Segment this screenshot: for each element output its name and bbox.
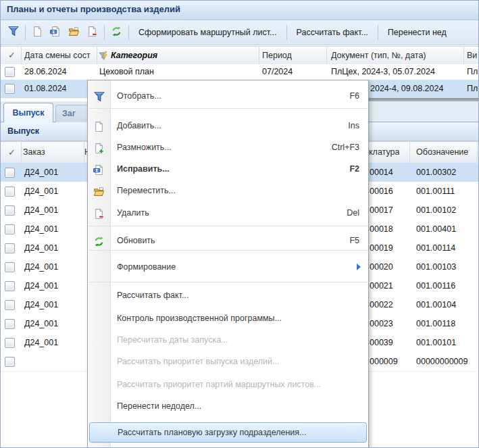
- window-titlebar[interactable]: Планы и отчеты производства изделий: [1, 1, 478, 20]
- toolbar-button-edit-document[interactable]: [47, 24, 65, 42]
- cell-designation: 001.00101: [416, 333, 456, 352]
- cell-date: 28.06.2024: [24, 64, 67, 80]
- cell-order: Д24_001: [24, 220, 58, 239]
- row-checkbox[interactable]: [5, 168, 15, 178]
- context-menu: Отобрать...F6Добавить...InsРазмножить...…: [87, 80, 369, 448]
- menu-item-label: Размножить...: [117, 137, 172, 157]
- menu-item-label: Рассчитать факт...: [117, 285, 188, 305]
- row-checkbox[interactable]: [5, 319, 15, 329]
- menu-item-label: Добавить...: [117, 116, 161, 136]
- menu-item-9[interactable]: Контроль производственной программы...: [88, 308, 368, 328]
- menu-item-7[interactable]: Формирование: [88, 257, 368, 277]
- column-header[interactable]: Заказ: [23, 147, 45, 157]
- select-all-column-header[interactable]: ✓: [8, 147, 16, 157]
- cell-nomenclature: 000009: [370, 352, 398, 371]
- cell-document: 2024-4, 09.08.2024: [370, 80, 443, 98]
- toolbar-button-add-document[interactable]: [28, 24, 47, 42]
- move-folder-icon: [93, 184, 105, 196]
- column-header[interactable]: клатура: [369, 147, 399, 157]
- menu-item-label: Формирование: [117, 257, 176, 277]
- menu-item-label: Рассчитать приоритет выпуска изделий...: [117, 351, 279, 372]
- row-checkbox[interactable]: [5, 243, 15, 253]
- delete-document-icon: [93, 207, 105, 218]
- cell-nomenclature: 00016: [370, 182, 393, 201]
- select-all-column-header[interactable]: ✓: [8, 50, 16, 60]
- edit-document-icon: [93, 163, 105, 174]
- cell-order: Д24_001: [24, 295, 58, 314]
- toolbar-button-filter[interactable]: [4, 24, 22, 42]
- refresh-icon: [93, 234, 105, 246]
- cell-designation: 001.00104: [416, 295, 456, 314]
- cell-order: Д24_001: [24, 257, 58, 276]
- toolbar-button-delete-document[interactable]: [83, 24, 101, 42]
- filter-lightning-icon: [99, 51, 109, 61]
- cell-designation: 001.00302: [416, 163, 456, 182]
- cell-order: Д24_001: [24, 239, 58, 257]
- menu-item-1[interactable]: Добавить...Ins: [88, 116, 368, 136]
- menu-item-0[interactable]: Отобрать...F6: [88, 86, 368, 106]
- tab-vypusk[interactable]: Выпуск: [3, 103, 53, 122]
- row-checkbox[interactable]: [5, 300, 15, 310]
- cell-order: Д24_001: [24, 201, 58, 220]
- toolbar-separator: [286, 25, 287, 40]
- cell-order: Д24_001: [24, 333, 58, 352]
- toolbar-separator: [25, 25, 26, 40]
- row-checkbox[interactable]: [5, 205, 15, 216]
- row-checkbox[interactable]: [5, 84, 15, 94]
- menu-separator: [89, 282, 368, 282]
- row-checkbox[interactable]: [5, 281, 15, 291]
- plans-grid-row[interactable]: 28.06.2024Цеховой план07/2024ПлЦех, 2024…: [1, 64, 479, 80]
- menu-item-shortcut: F5: [349, 230, 359, 251]
- toolbar-button-text-0[interactable]: Сформировать маршрутный лист...: [138, 28, 277, 37]
- row-checkbox[interactable]: [5, 262, 15, 272]
- menu-item-3[interactable]: Исправить...F2: [88, 159, 368, 179]
- cell-designation: 001.00102: [416, 201, 456, 220]
- toolbar-button-text-1[interactable]: Рассчитать факт...: [297, 28, 368, 37]
- cell-nomenclature: 00022: [370, 295, 393, 314]
- cell-kind: Пл: [467, 80, 478, 98]
- cell-order: Д24_001: [24, 182, 58, 201]
- row-checkbox[interactable]: [5, 224, 15, 234]
- menu-item-6[interactable]: ОбновитьF5: [88, 230, 368, 251]
- menu-item-label: Исправить...: [117, 159, 170, 179]
- toolbar-separator: [104, 25, 105, 40]
- menu-item-2[interactable]: Размножить...Ctrl+F3: [88, 137, 368, 157]
- cell-nomenclature: 00023: [370, 314, 393, 333]
- tab-label: Выпуск: [12, 108, 44, 118]
- menu-item-13[interactable]: Перенести недодел...: [88, 396, 368, 416]
- row-checkbox[interactable]: [5, 186, 15, 197]
- toolbar-button-move-folder[interactable]: [65, 24, 83, 42]
- plans-grid-header: ✓Дата смены состКатегорияПериодДокумент …: [1, 46, 479, 66]
- row-checkbox[interactable]: [5, 338, 15, 348]
- menu-separator: [89, 108, 368, 109]
- cell-designation: 001.00111: [416, 182, 455, 201]
- cell-order: Д24_001: [24, 276, 58, 295]
- column-header[interactable]: Обозначение: [416, 147, 468, 157]
- cell-nomenclature: 00014: [370, 163, 393, 182]
- toolbar-button-text-2[interactable]: Перенести нед: [388, 28, 447, 37]
- column-header[interactable]: Ви: [467, 51, 477, 60]
- menu-item-shortcut: Del: [347, 203, 359, 223]
- refresh-icon: [111, 26, 122, 40]
- column-header[interactable]: Дата смены сост: [24, 51, 91, 60]
- row-checkbox[interactable]: [5, 67, 15, 77]
- menu-item-4[interactable]: Переместить...: [88, 180, 368, 201]
- cell-nomenclature: 00021: [370, 276, 393, 295]
- menu-item-5[interactable]: УдалитьDel: [88, 203, 368, 223]
- toolbar-button-refresh[interactable]: [107, 24, 126, 42]
- menu-item-11: Рассчитать приоритет выпуска изделий...: [88, 351, 368, 372]
- tab-label: Заг: [62, 109, 76, 118]
- menu-item-label: Отобрать...: [117, 86, 161, 106]
- toolbar-separator: [378, 25, 378, 40]
- menu-item-8[interactable]: Рассчитать факт...: [88, 285, 368, 305]
- menu-item-12: Рассчитать приоритет партий маршрутных л…: [88, 374, 368, 395]
- menu-item-shortcut: Ins: [348, 116, 359, 136]
- row-checkbox[interactable]: [5, 357, 15, 367]
- column-header[interactable]: Категория: [111, 51, 157, 60]
- cell-designation: 001.00401: [416, 220, 456, 239]
- menu-item-10: Пересчитать даты запуска...: [88, 330, 368, 350]
- column-header[interactable]: Документ (тип, №, дата): [331, 51, 426, 60]
- menu-item-14[interactable]: Рассчитать плановую загрузку подразделен…: [89, 422, 367, 443]
- column-header[interactable]: Период: [262, 51, 292, 60]
- cell-nomenclature: 00020: [370, 257, 393, 276]
